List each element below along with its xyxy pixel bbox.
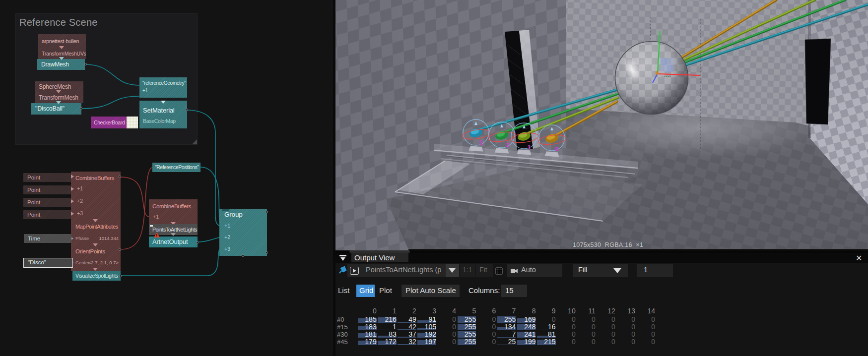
svg-text:0: 0 (555, 146, 559, 153)
svg-text:1: 1 (527, 144, 531, 151)
svg-text:1075x530 RGBA:16 ×1: 1075x530 RGBA:16 ×1 (573, 241, 643, 248)
svg-text:2: 2 (506, 142, 510, 149)
svg-text:3: 3 (479, 139, 483, 147)
